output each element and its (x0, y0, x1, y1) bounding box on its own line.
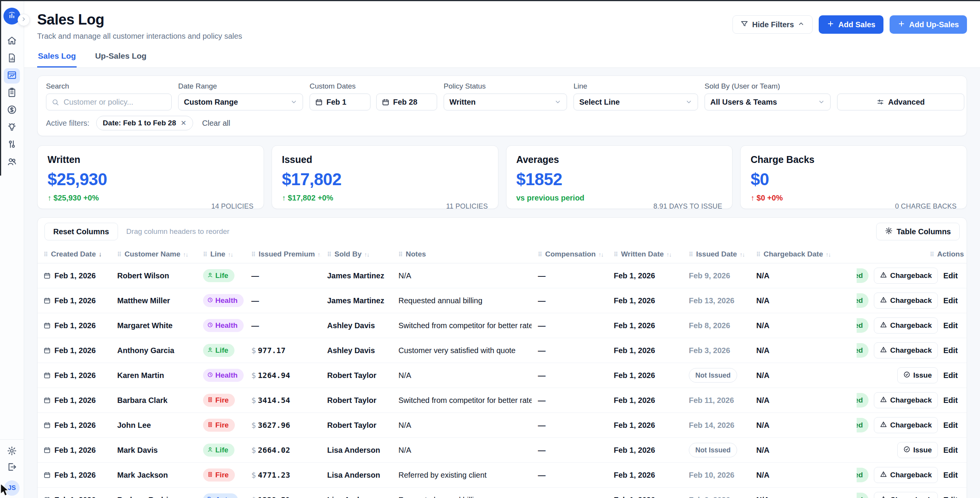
line-pill-life: Life (203, 269, 234, 282)
sidebar-item-insights[interactable] (4, 120, 20, 135)
issue-button[interactable]: Issue (897, 442, 938, 458)
edit-link[interactable]: Edit (943, 346, 958, 355)
column-header-line[interactable]: ⠿Line↑↓ (197, 245, 245, 263)
row-actions: IssuedChargebackEdit (863, 492, 964, 498)
health-icon (207, 296, 213, 305)
cell-created-date: Feb 1, 2026 (44, 321, 108, 330)
clear-all-filters[interactable]: Clear all (202, 119, 230, 128)
edit-link[interactable]: Edit (943, 396, 958, 405)
reset-columns-button[interactable]: Reset Columns (44, 223, 118, 240)
line-pill-fire: Fire (203, 468, 235, 482)
column-label: Actions (937, 250, 964, 258)
column-header-chargeback-date[interactable]: ⠿Chargeback Date↑↓ (750, 245, 857, 263)
sidebar-item-sales-log[interactable] (4, 68, 20, 84)
drag-handle-icon[interactable]: ⠿ (689, 251, 693, 258)
cell-written-date: Feb 1, 2026 (608, 288, 683, 313)
edit-link[interactable]: Edit (943, 271, 958, 280)
row-actions: IssueEdit (863, 367, 964, 383)
drag-handle-icon[interactable]: ⠿ (398, 251, 403, 258)
sidebar-item-reports[interactable] (4, 51, 20, 66)
chargeback-button[interactable]: Chargeback (874, 392, 938, 408)
column-header-actions[interactable]: ⠿Actions (857, 245, 967, 263)
chargeback-button[interactable]: Chargeback (874, 268, 938, 284)
edit-link[interactable]: Edit (943, 296, 958, 305)
drag-handle-icon[interactable]: ⠿ (203, 251, 207, 258)
cell-issued-date: Feb 9, 2026 (689, 271, 730, 280)
edit-link[interactable]: Edit (943, 371, 958, 380)
sidebar-collapse-button[interactable] (18, 14, 30, 26)
chargeback-button[interactable]: Chargeback (874, 342, 938, 358)
table-columns-button[interactable]: Table Columns (876, 223, 960, 240)
drag-handle-icon[interactable]: ⠿ (930, 251, 934, 258)
hide-filters-button[interactable]: Hide Filters (733, 15, 813, 34)
column-header-sold-by[interactable]: ⠿Sold By↑↓ (321, 245, 392, 263)
chevron-down-icon (818, 99, 825, 105)
sidebar-item-home[interactable] (4, 34, 20, 49)
row-actions: IssuedChargebackEdit (863, 467, 964, 483)
column-header-compensation[interactable]: ⠿Compensation↑↓ (532, 245, 608, 263)
drag-handle-icon[interactable]: ⠿ (44, 251, 48, 258)
dollar-icon: $ (251, 470, 256, 480)
stat-value: $25,930 (48, 170, 254, 189)
stat-title: Written (48, 154, 254, 165)
chargeback-button[interactable]: Chargeback (874, 293, 938, 309)
drag-handle-icon[interactable]: ⠿ (251, 251, 256, 258)
filter-policy-status: Policy Status Written (444, 82, 567, 110)
sidebar-item-settings[interactable] (4, 445, 20, 458)
warning-icon (880, 471, 887, 480)
tab-upsales-log[interactable]: Up-Sales Log (94, 48, 147, 67)
advanced-filters-button[interactable]: Advanced (837, 94, 964, 110)
drag-handle-icon[interactable]: ⠿ (538, 251, 542, 258)
date-range-select[interactable]: Custom Range (178, 94, 303, 110)
sold-by-select[interactable]: All Users & Teams (705, 94, 831, 110)
tab-sales-log[interactable]: Sales Log (37, 48, 77, 67)
drag-handle-icon[interactable]: ⠿ (327, 251, 331, 258)
remove-filter-icon[interactable]: ✕ (180, 119, 186, 127)
cell-customer-name: Mark Davis (111, 438, 197, 463)
sidebar-item-automations[interactable] (4, 137, 20, 153)
edit-link[interactable]: Edit (943, 446, 958, 455)
search-input[interactable] (63, 97, 166, 107)
column-label: Issued Date (696, 250, 737, 258)
drag-handle-icon[interactable]: ⠿ (614, 251, 618, 258)
chargeback-button[interactable]: Chargeback (874, 492, 938, 498)
sort-icon: ↑↓ (667, 251, 672, 258)
sidebar-item-logout[interactable] (4, 461, 20, 474)
filter-custom-dates: Custom Dates Feb 1 Feb 28 (310, 82, 437, 110)
chargeback-button[interactable]: Chargeback (874, 317, 938, 334)
cell-premium: $1264.94 (251, 371, 290, 380)
column-header-written-date[interactable]: ⠿Written Date↑↓ (608, 245, 683, 263)
line-select[interactable]: Select Line (574, 94, 698, 110)
edit-link[interactable]: Edit (943, 421, 958, 430)
drag-handle-icon[interactable]: ⠿ (117, 251, 121, 258)
cell-chargeback-date: N/A (750, 488, 857, 498)
cell-compensation: — (532, 363, 608, 388)
column-header-customer-name[interactable]: ⠿Customer Name↑↓ (111, 245, 197, 263)
column-header-created-date[interactable]: ⠿Created Date↓ (38, 245, 111, 263)
cell-chargeback-date: N/A (750, 438, 857, 463)
edit-link[interactable]: Edit (943, 496, 958, 498)
cell-created-date: Feb 1, 2026 (44, 446, 108, 455)
sidebar-item-teams[interactable] (4, 154, 20, 170)
sidebar-item-commissions[interactable] (4, 103, 20, 118)
sidebar-item-tasks[interactable] (4, 85, 20, 101)
add-sales-button[interactable]: Add Sales (819, 15, 883, 34)
chargeback-button[interactable]: Chargeback (874, 417, 938, 433)
policy-status-select[interactable]: Written (444, 94, 567, 110)
edit-link[interactable]: Edit (943, 471, 958, 480)
issued-status-badge: Issued (857, 343, 869, 358)
edit-link[interactable]: Edit (943, 321, 958, 330)
column-header-issued-premium[interactable]: ⠿Issued Premium↑↓ (245, 245, 321, 263)
end-date-input[interactable]: Feb 28 (376, 94, 437, 110)
column-header-issued-date[interactable]: ⠿Issued Date↑↓ (683, 245, 750, 263)
drag-handle-icon[interactable]: ⠿ (756, 251, 760, 258)
add-upsales-button[interactable]: Add Up-Sales (890, 15, 967, 34)
start-date-input[interactable]: Feb 1 (310, 94, 370, 110)
main-area: Sales Log Track and manage all customer … (24, 0, 980, 498)
cell-sold-by: Robert Taylor (321, 363, 392, 388)
issue-button[interactable]: Issue (897, 367, 938, 383)
plus-icon (827, 20, 834, 30)
column-header-notes[interactable]: ⠿Notes (392, 245, 532, 263)
stat-change: ↑ $17,802 +0% (282, 194, 488, 202)
chargeback-button[interactable]: Chargeback (874, 467, 938, 483)
